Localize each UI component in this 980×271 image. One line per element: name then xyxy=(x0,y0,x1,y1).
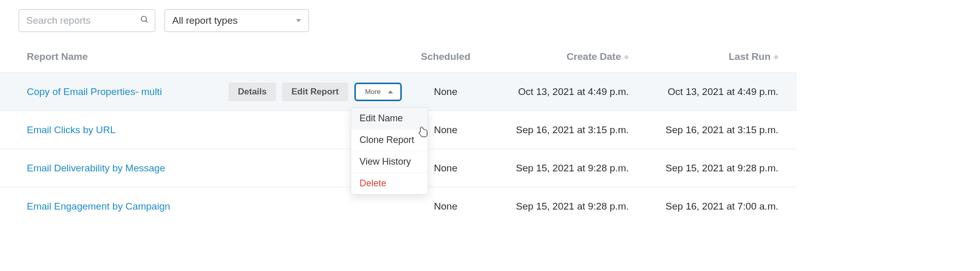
create-date-cell: Sep 15, 2021 at 9:28 p.m. xyxy=(479,201,629,212)
create-date-cell: Sep 16, 2021 at 3:15 p.m. xyxy=(479,124,629,136)
menu-clone-report[interactable]: Clone Report xyxy=(351,130,428,151)
col-scheduled: Scheduled xyxy=(412,51,479,62)
create-date-cell: Sep 15, 2021 at 9:28 p.m. xyxy=(479,163,629,174)
filter-label: All report types xyxy=(172,15,238,26)
scheduled-cell: None xyxy=(412,201,479,212)
last-run-cell: Sep 15, 2021 at 9:28 p.m. xyxy=(629,163,778,174)
scheduled-cell: None xyxy=(412,86,479,98)
search-field-wrap xyxy=(19,9,155,32)
menu-delete[interactable]: Delete xyxy=(351,173,428,194)
more-button[interactable]: More xyxy=(354,83,402,101)
search-input[interactable] xyxy=(19,9,155,32)
report-link[interactable]: Copy of Email Properties- multi xyxy=(27,86,162,98)
report-link[interactable]: Email Clicks by URL xyxy=(27,124,116,136)
controls-bar: All report types xyxy=(0,9,797,41)
report-link[interactable]: Email Engagement by Campaign xyxy=(27,201,170,212)
table-header: Report Name Scheduled Create Date ◆ Last… xyxy=(0,41,797,72)
col-last-run[interactable]: Last Run ◆ xyxy=(629,51,778,62)
row-actions: Details Edit Report More xyxy=(228,83,412,101)
menu-edit-name[interactable]: Edit Name xyxy=(351,108,428,130)
sort-icon: ◆ xyxy=(774,53,778,60)
create-date-cell: Oct 13, 2021 at 4:49 p.m. xyxy=(479,86,629,98)
report-type-filter[interactable]: All report types xyxy=(165,9,309,32)
menu-view-history[interactable]: View History xyxy=(351,151,428,173)
report-link[interactable]: Email Deliverability by Message xyxy=(27,163,165,174)
table-row: Copy of Email Properties- multi Details … xyxy=(0,72,797,110)
chevron-up-icon xyxy=(388,90,393,93)
more-menu: Edit Name Clone Report View History Dele… xyxy=(351,107,428,195)
details-button[interactable]: Details xyxy=(228,83,276,101)
sort-icon: ◆ xyxy=(624,53,629,60)
edit-report-button[interactable]: Edit Report xyxy=(282,83,348,101)
last-run-cell: Oct 13, 2021 at 4:49 p.m. xyxy=(629,86,778,98)
last-run-cell: Sep 16, 2021 at 3:15 p.m. xyxy=(629,124,778,136)
col-create-date[interactable]: Create Date ◆ xyxy=(479,51,629,62)
col-report-name: Report Name xyxy=(27,51,412,62)
chevron-down-icon xyxy=(296,19,301,22)
last-run-cell: Sep 16, 2021 at 7:00 a.m. xyxy=(629,201,778,212)
